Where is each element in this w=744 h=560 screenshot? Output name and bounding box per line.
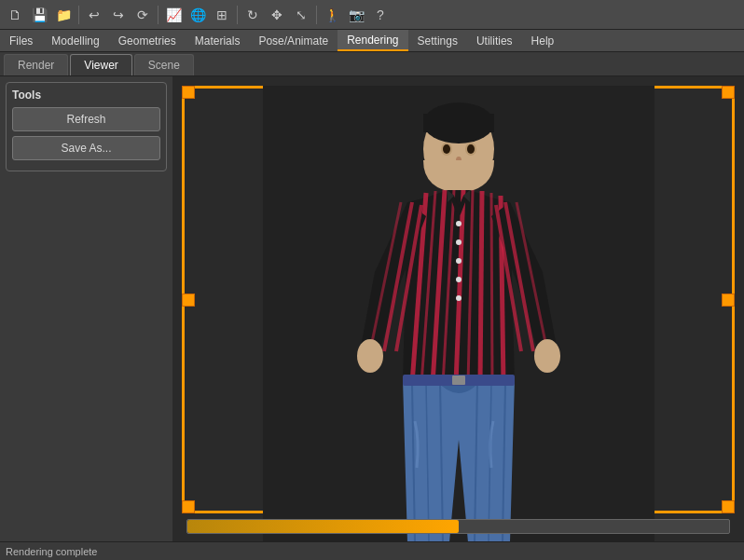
svg-line-16 <box>480 191 482 384</box>
undo-icon[interactable]: ↩ <box>83 4 105 26</box>
toolbar: 🗋 💾 📁 ↩ ↪ ⟳ 📈 🌐 ⊞ ↻ ✥ ⤡ 🚶 📷 ? <box>0 0 744 30</box>
svg-point-7 <box>467 144 475 154</box>
svg-rect-39 <box>452 376 465 385</box>
svg-point-23 <box>456 295 462 301</box>
character-figure <box>263 86 654 541</box>
figure-icon[interactable]: 🚶 <box>321 4 343 26</box>
tab-viewer[interactable]: Viewer <box>70 54 131 75</box>
tabbar: Render Viewer Scene <box>0 52 744 76</box>
graph-icon[interactable]: 📈 <box>162 4 185 26</box>
rotate-icon[interactable]: ↻ <box>241 4 264 26</box>
render-area <box>172 76 744 541</box>
refresh-icon[interactable]: ⟳ <box>131 4 154 26</box>
toolbar-sep-1 <box>78 6 79 24</box>
main-content: Tools Refresh Save As... <box>0 76 744 541</box>
move-icon[interactable]: ✥ <box>266 4 288 26</box>
svg-point-30 <box>357 339 383 373</box>
handle-bottom-left[interactable] <box>182 500 195 513</box>
toolbar-sep-2 <box>158 6 158 24</box>
globe-icon[interactable]: 🌐 <box>186 4 209 26</box>
handle-top-right[interactable] <box>722 86 735 99</box>
svg-point-19 <box>456 221 462 226</box>
statusbar: Rendering complete <box>0 541 744 560</box>
toolbar-sep-3 <box>237 6 238 24</box>
checker-icon[interactable]: ⊞ <box>211 4 233 26</box>
menu-geometries[interactable]: Geometries <box>109 30 186 51</box>
folder-icon[interactable]: 📁 <box>52 4 75 26</box>
tools-title: Tools <box>12 89 160 102</box>
menu-modelling[interactable]: Modelling <box>42 30 108 51</box>
progress-bar <box>187 520 459 533</box>
svg-point-6 <box>443 144 450 154</box>
menu-settings[interactable]: Settings <box>408 30 467 51</box>
menu-files[interactable]: Files <box>0 30 42 51</box>
svg-point-21 <box>456 258 462 264</box>
menu-materials[interactable]: Materials <box>186 30 250 51</box>
scale-icon[interactable]: ⤡ <box>290 4 312 26</box>
toolbar-sep-4 <box>316 6 317 24</box>
help-icon[interactable]: ? <box>369 4 392 26</box>
save-as-button[interactable]: Save As... <box>12 136 160 160</box>
status-message: Rendering complete <box>6 546 97 557</box>
handle-mid-left[interactable] <box>182 294 195 307</box>
tab-scene[interactable]: Scene <box>134 54 194 75</box>
menubar: Files Modelling Geometries Materials Pos… <box>0 30 744 52</box>
camera-icon[interactable]: 📷 <box>345 4 367 26</box>
new-icon[interactable]: 🗋 <box>4 4 26 26</box>
refresh-button[interactable]: Refresh <box>12 107 160 131</box>
left-panel: Tools Refresh Save As... <box>0 76 172 541</box>
progress-area <box>186 519 730 534</box>
svg-rect-3 <box>423 114 494 132</box>
menu-pose-animate[interactable]: Pose/Animate <box>249 30 338 51</box>
svg-point-20 <box>456 239 462 245</box>
handle-top-left[interactable] <box>182 86 195 99</box>
menu-rendering[interactable]: Rendering <box>338 30 407 51</box>
menu-help[interactable]: Help <box>522 30 564 51</box>
save-icon[interactable]: 💾 <box>28 4 50 26</box>
tab-render[interactable]: Render <box>4 54 68 75</box>
svg-line-17 <box>491 193 492 384</box>
handle-bottom-right[interactable] <box>722 500 735 513</box>
handle-mid-right[interactable] <box>722 294 735 307</box>
tools-panel: Tools Refresh Save As... <box>6 82 167 171</box>
menu-utilities[interactable]: Utilities <box>467 30 522 51</box>
svg-point-31 <box>534 339 560 373</box>
svg-point-22 <box>456 277 462 282</box>
redo-icon[interactable]: ↪ <box>107 4 130 26</box>
